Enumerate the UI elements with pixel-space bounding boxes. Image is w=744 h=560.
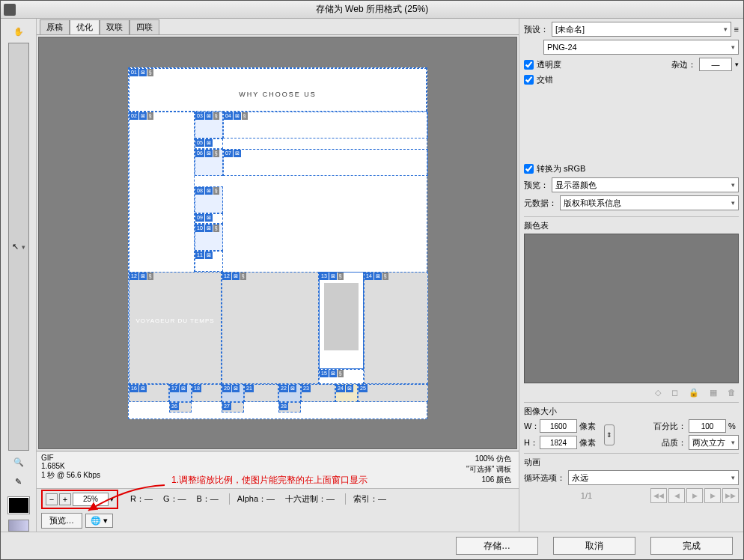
interlace-label: 交错 (537, 74, 553, 85)
anim-last-button[interactable]: ▶▶ (722, 488, 739, 503)
srgb-checkbox[interactable] (524, 164, 534, 174)
channel-readout: R：— G：— B：— Alpha：— 十六进制：— 索引：— (130, 493, 386, 505)
dialog-buttons: 存储… 取消 完成 (1, 532, 743, 559)
annotation-text: 1.调整缩放比例，使图片能完整的在上面窗口显示 (171, 474, 368, 487)
info-palette: "可选择" 调板 (466, 464, 511, 475)
tab-bar: 原稿 优化 双联 四联 (37, 19, 519, 35)
ct-icon-5[interactable]: 🗑 (728, 388, 736, 398)
interlace-checkbox[interactable] (524, 75, 534, 85)
zoom-in-button[interactable]: + (59, 493, 71, 505)
info-size: 1.685K (41, 462, 514, 470)
dialog-window: 存储为 Web 所用格式 (25%) ✋ ↖ 🔍 ✎ 原稿 优化 双联 四联 W… (0, 0, 744, 560)
percent-label: 百分比： (620, 421, 686, 432)
width-input[interactable] (540, 419, 577, 433)
preset-select[interactable]: [未命名] (552, 22, 731, 37)
metadata-label: 元数据： (524, 198, 557, 209)
matte-swatch[interactable] (699, 58, 732, 71)
ct-icon-1[interactable]: ◇ (655, 388, 661, 398)
anim-prev-button[interactable]: ◀ (668, 488, 685, 503)
preset-label: 预设： (524, 24, 549, 35)
settings-panel: 预设： [未命名] ≡ PNG-24 透明度 杂边： ▾ 交错 转换为 sR (519, 19, 743, 532)
anim-title: 动画 (524, 457, 739, 468)
preview-button-row: 预览… 🌐 ▾ (37, 509, 519, 532)
anim-play-button[interactable]: ▶ (686, 488, 703, 503)
hand-tool[interactable]: ✋ (8, 23, 29, 40)
preview-area[interactable]: WHY CHOOSE US 01⊠§ 02⊠§ 03⊠§ 04⊠§ 05⊠ 06… (38, 37, 517, 449)
anim-first-button[interactable]: ◀◀ (650, 488, 667, 503)
quality-label: 品质： (620, 437, 686, 448)
matte-dropdown-icon[interactable]: ▾ (735, 61, 739, 68)
zoom-bar: − + ▾ R：— G：— B：— Alpha：— 十六进制：— 索引：— (37, 488, 519, 509)
tab-original[interactable]: 原稿 (40, 19, 70, 34)
center-panel: 原稿 优化 双联 四联 WHY CHOOSE US 01⊠§ 02⊠§ 03⊠§… (37, 19, 519, 532)
zoom-control-highlight: − + ▾ (41, 490, 118, 509)
info-colors: 106 颜色 (482, 475, 511, 485)
slice-select-tool[interactable]: ↖ (8, 43, 29, 451)
title-bar[interactable]: 存储为 Web 所用格式 (25%) (1, 1, 743, 19)
info-bar: GIF 1.685K 1 秒 @ 56.6 Kbps 100% 仿色 "可选择"… (37, 451, 519, 488)
info-format: GIF (41, 454, 514, 462)
loop-select[interactable]: 永远 (568, 470, 739, 485)
tab-4up[interactable]: 四联 (129, 19, 159, 34)
metadata-select[interactable]: 版权和联系信息 (560, 195, 739, 210)
toggle-slices-icon[interactable] (8, 520, 29, 532)
srgb-label: 转换为 sRGB (537, 163, 585, 174)
loop-label: 循环选项： (524, 472, 565, 484)
info-dither: 100% 仿色 (475, 454, 511, 464)
percent-input[interactable] (689, 419, 726, 433)
zoom-input[interactable] (73, 493, 109, 506)
color-table-title: 颜色表 (524, 220, 739, 231)
px-label-1: 像素 (579, 421, 602, 432)
px-label-2: 像素 (579, 437, 602, 448)
pct-sign: % (728, 421, 739, 430)
ct-icon-2[interactable]: ◻ (671, 388, 678, 398)
color-swatch[interactable] (8, 497, 29, 514)
matte-label: 杂边： (671, 59, 696, 70)
done-button[interactable]: 完成 (650, 537, 733, 555)
eyedropper-tool[interactable]: ✎ (8, 473, 29, 490)
preview-button[interactable]: 预览… (41, 513, 82, 529)
preset-menu-icon[interactable]: ≡ (734, 25, 739, 34)
ct-icon-4[interactable]: ▦ (710, 388, 717, 398)
tool-column: ✋ ↖ 🔍 ✎ (1, 19, 37, 532)
image-size-title: 图像大小 (524, 406, 739, 417)
transparency-label: 透明度 (537, 59, 561, 70)
preview-profile-select[interactable]: 显示器颜色 (552, 177, 739, 192)
tab-optimized[interactable]: 优化 (70, 19, 100, 34)
zoom-tool[interactable]: 🔍 (8, 454, 29, 470)
height-label: H： (524, 437, 537, 448)
browser-preview-button[interactable]: 🌐 ▾ (85, 514, 113, 528)
width-label: W： (524, 421, 537, 432)
zoom-out-button[interactable]: − (46, 493, 58, 505)
tab-2up[interactable]: 双联 (100, 19, 129, 34)
ct-icon-3[interactable]: 🔒 (689, 388, 699, 398)
app-icon (4, 4, 16, 16)
quality-select[interactable]: 两次立方 (689, 435, 739, 450)
format-select[interactable]: PNG-24 (543, 40, 739, 55)
link-dimensions-icon[interactable]: ⇕ (604, 424, 615, 445)
zoom-dropdown-icon[interactable]: ▾ (110, 496, 114, 503)
anim-next-button[interactable]: ▶ (704, 488, 721, 503)
anim-controls: 1/1 ◀◀ ◀ ▶ ▶ ▶▶ (524, 488, 739, 503)
color-table[interactable] (524, 234, 739, 383)
height-input[interactable] (540, 436, 577, 449)
window-title: 存储为 Web 所用格式 (25%) (316, 3, 428, 16)
canvas[interactable]: WHY CHOOSE US 01⊠§ 02⊠§ 03⊠§ 04⊠§ 05⊠ 06… (128, 67, 427, 419)
cancel-button[interactable]: 取消 (553, 537, 635, 555)
anim-page: 1/1 (524, 491, 649, 500)
save-button[interactable]: 存储… (456, 537, 538, 555)
transparency-checkbox[interactable] (524, 60, 534, 70)
color-table-toolbar: ◇ ◻ 🔒 ▦ 🗑 (524, 386, 739, 399)
preview-profile-label: 预览： (524, 180, 549, 191)
